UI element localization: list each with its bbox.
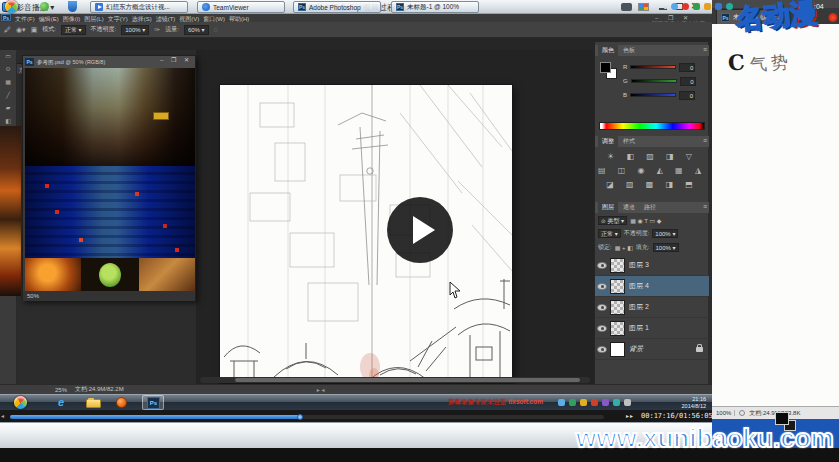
layer-thumbnail [610,321,625,336]
media-player-icon [116,397,127,408]
tray-icon[interactable] [693,3,700,10]
street-sign [153,112,169,120]
layer-visibility-icon [598,326,606,331]
lock-label: 锁定: [598,243,612,252]
layer-fill-select: 100% ▾ [653,243,679,252]
video-content[interactable]: Ps 文件(F) 编辑(E) 图像(I) 图层(L) 文字(Y) 选择(S) 滤… [0,14,712,410]
reference-image-window: 参考图.psd @ 50% (RGB/8) Ps – ❐ ✕ 50% [22,55,196,300]
photoshop-icon: Ps [25,58,34,66]
blue-value: 0 [679,91,695,100]
screen: 影音播放 ▾ 幻想东方概念设计视频过程.mp4 ✕ Ps 文件(F) 编辑(E)… [0,0,839,462]
fast-forward-icon[interactable]: ▸▸ [626,412,634,419]
ps2-zoom-level: 100% [716,410,735,416]
tab-adjustments: 调整 [598,136,618,147]
layer-opacity-select: 100% ▾ [652,229,678,238]
system-tray[interactable]: ▴ [664,3,733,10]
adjustment-icons-row2: ▤ ◫ ◉ ◭ ▦ ◮ [595,166,709,175]
channel-row-r: R 0 [623,62,707,72]
sketch-drawing [220,85,512,383]
tray-icon[interactable] [682,3,689,10]
adjustment-icons-row1: ☀ ◧ ▨ ◨ ▽ [595,152,709,161]
tray-chevron-icon[interactable]: ▴ [664,3,667,10]
panel-toggle-icon: ▣ [31,26,38,34]
reference-window-controls: – ❐ ✕ [160,56,192,63]
tray-icon[interactable] [671,3,678,10]
desktop-right: Ps 未标题-1 @ 10... C 气势 100% 文档:24.9M/383.… [712,0,839,448]
taskbar-button-player[interactable]: 幻想东方概念设计视... [90,1,188,13]
tab-styles: 样式 [619,136,639,147]
time-display: 00:17:16/01:56:05 [641,412,709,420]
chat-icon[interactable] [621,3,632,11]
background-photo-fragment [0,126,21,296]
brush-tool-icon: 🖉 [4,26,11,33]
canvas-horizontal-scrollbar[interactable] [200,377,590,383]
mode-label: 模式: [42,25,56,34]
pressure-icon: ◌ [214,26,218,33]
opacity-select: 100% ▾ [121,25,149,35]
sketch-canvas [220,85,512,383]
tab-layers: 图层 [598,202,618,213]
layers-filter-row: ⊙ 类型 ▾ ▦ ◉ T ▭ ◆ [598,215,706,225]
ps2-canvas[interactable]: C 气势 [712,24,839,406]
photoshop-taskbar-icon: Ps [142,395,164,410]
mouse-cursor [449,282,461,299]
security-shield-icon[interactable] [68,1,77,12]
tray-icon [558,399,565,406]
red-value: 0 [679,63,695,72]
adjustments-panel-tabs: 调整 样式 ≡ [595,136,709,147]
seek-handle[interactable] [297,414,303,420]
layer-visibility-icon [598,347,606,352]
seek-bar[interactable] [10,415,604,419]
reference-photo-warm [139,258,195,291]
tab-color: 颜色 [598,45,618,56]
antivirus-tray-icon[interactable] [40,2,49,11]
layer-row-background: 背景 [595,339,709,360]
color-settings-icon[interactable] [638,3,649,11]
photoshop-icon: Ps [298,3,306,11]
tray-icon [624,399,631,406]
red-slider [630,65,676,69]
reference-photo-neon [25,258,81,291]
reference-window-statusbar: 50% [23,291,195,301]
ps-zoom-level: 25% [55,387,67,393]
adjustment-icons-row3: ◪ ▧ ▩ ◨ ⬒ [595,180,709,189]
photoshop-icon: Ps [396,3,404,11]
taskbar-button-photoshop[interactable]: Ps Adobe Photoshop [293,1,381,13]
channel-row-b: B 0 [623,90,707,100]
reference-photo-row [25,258,195,291]
tray-icon[interactable] [726,3,733,10]
brush-preset-icon: ◉▾ [16,26,26,34]
neon-signs [45,184,49,188]
taskbar-button-teamviewer[interactable]: TeamViewer [197,1,285,13]
layer-thumbnail [610,279,625,294]
tray-icon[interactable] [715,3,722,10]
photoshop-desktop-window: Ps 未标题-1 @ 10... C 气势 100% 文档:24.9M/383.… [712,0,839,419]
canvas-note-text: 气势 [749,50,793,77]
flow-label: 流量: [165,25,179,34]
photoshop-icon: Ps [1,14,11,21]
video-taskbar: e Ps 屏幕录像专家未注册 tlxsoft.com [0,394,712,410]
video-app-icon [95,3,103,11]
player-progress-row: ◂ ▸▸ 00:17:16/01:56:05 [0,410,712,422]
tray-icon[interactable] [704,3,711,10]
status-arrows: ▸ ◂ [317,386,325,393]
video-player-window: 影音播放 ▾ 幻想东方概念设计视频过程.mp4 ✕ Ps 文件(F) 编辑(E)… [0,0,712,448]
layer-thumbnail [610,258,625,273]
ps-options-bar: 🖉 ◉▾ ▣ 模式: 正常 ▾ 不透明度: 100% ▾ ✑ 流量: 60% ▾… [0,22,712,38]
ps-right-panels: 颜色 色板 ≡ R 0 G 0 [594,42,708,386]
play-icon [413,216,435,244]
taskbar-button-untitled[interactable]: Ps 未标题-1 @ 100% [391,1,479,13]
scrollbar-thumb[interactable] [235,378,580,382]
reference-photo-character [81,258,139,291]
layer-thumbnail [610,342,625,357]
start-button[interactable] [5,0,18,13]
mode-select: 正常 ▾ [61,25,86,35]
photoshop-icon: Ps [721,13,730,22]
panel-menu-icon: ≡ [703,46,707,53]
play-button[interactable] [387,197,453,263]
reference-photo-blue-city [25,166,195,258]
ps-statusbar: 25% 文档:24.9M/82.2M ▸ ◂ [0,384,712,394]
folder-icon [86,399,101,408]
lock-icon [696,347,703,352]
layer-row-selected: 图层 4 [595,276,709,297]
